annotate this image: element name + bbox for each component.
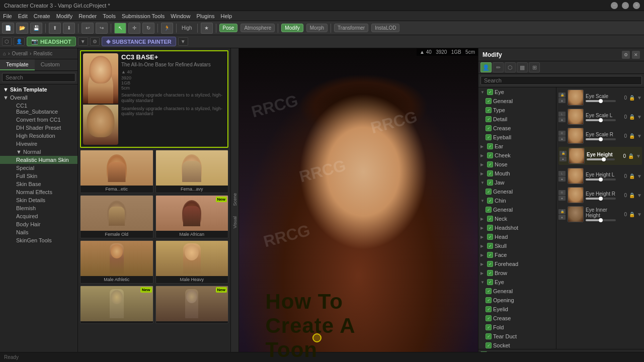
tree-high-res[interactable]: High Resolution: [0, 132, 77, 140]
rt-socket[interactable]: ✓ Socket: [478, 341, 556, 349]
thumb-male-athletic[interactable]: Male Athletic: [80, 240, 153, 284]
rt-neck[interactable]: ▶ ✓ Neck: [478, 214, 556, 223]
rt-head[interactable]: ▶ ✓ Head: [478, 232, 556, 241]
open-button[interactable]: 📂: [16, 23, 28, 34]
rt-eye-expand[interactable]: ▼ ✓ Eye: [478, 87, 556, 97]
cc3-base-card[interactable]: CC3 BASE+ The All-In-One Base for Refine…: [80, 50, 228, 148]
rt-check-cheek[interactable]: ✓: [487, 152, 493, 158]
rt-check-head[interactable]: ✓: [487, 234, 493, 240]
right-tab-4[interactable]: ▦: [517, 62, 528, 72]
rt-check-crease-2[interactable]: ✓: [486, 315, 492, 321]
transformer-btn[interactable]: Transformer: [334, 24, 368, 32]
rh-close[interactable]: ✕: [632, 51, 640, 59]
undo-button[interactable]: ↩: [82, 23, 94, 34]
menu-window[interactable]: Window: [171, 13, 190, 19]
tree-skin-template[interactable]: ▼ Skin Template: [0, 85, 77, 94]
thumb-fema-etic[interactable]: Fema...etic: [80, 150, 153, 193]
ctrl-slider-eye-height-l[interactable]: [586, 178, 616, 180]
rt-check-neck[interactable]: ✓: [487, 216, 493, 222]
rt-detail[interactable]: ✓ Detail: [478, 115, 556, 124]
rt-check-tear-duct[interactable]: ✓: [486, 333, 492, 339]
ctrl-slider-eye-scale-r[interactable]: [586, 138, 616, 140]
rt-headshot[interactable]: ▶ ✓ Headshot: [478, 223, 556, 232]
ctrl-extra-1[interactable]: ▼: [637, 95, 642, 101]
ctrl-lock-2[interactable]: 🔒: [629, 114, 635, 120]
rt-check-general-1[interactable]: ✓: [486, 98, 492, 104]
headshot-extra[interactable]: ▼: [78, 37, 88, 46]
rt-check-socket[interactable]: ✓: [486, 342, 492, 348]
ctrl-extra-5[interactable]: ▼: [637, 173, 642, 179]
ctrl-slider-eye-inner[interactable]: [586, 219, 616, 221]
tree-normal[interactable]: ▼ Normal: [0, 148, 77, 156]
rt-check-nose[interactable]: ✓: [487, 161, 493, 167]
tree-overall[interactable]: ▼ Overall: [0, 94, 77, 102]
ctrl-lock-4[interactable]: 🔒: [628, 153, 634, 159]
pose-button[interactable]: 🏃: [161, 23, 173, 34]
tree-blemish[interactable]: Blemish: [0, 204, 77, 212]
rt-check-eye-2[interactable]: ✓: [487, 279, 493, 285]
ctrl-icon-lock-1[interactable]: 🔒: [558, 93, 566, 98]
tab-template[interactable]: Template: [0, 59, 35, 70]
rt-chin[interactable]: ▼ ✓ Chin: [478, 196, 556, 205]
right-search-input[interactable]: [480, 76, 642, 85]
right-tab-edit[interactable]: ✏: [493, 62, 504, 72]
rt-eye-2[interactable]: ▼ ✓ Eye: [478, 278, 556, 287]
ctrl-icon-up-5[interactable]: ▲: [558, 176, 566, 182]
rt-check-face[interactable]: ✓: [487, 252, 493, 258]
rt-face[interactable]: ▶ ✓ Face: [478, 250, 556, 259]
thumb-new-2[interactable]: New: [155, 286, 229, 324]
maximize-button[interactable]: □: [622, 2, 629, 9]
rt-crease-2[interactable]: ✓ Crease: [478, 314, 556, 323]
rt-ear[interactable]: ▶ ✓ Ear: [478, 142, 556, 151]
rt-skull[interactable]: ▶ ✓ Skull: [478, 241, 556, 250]
icon-btn-3[interactable]: ⚙: [90, 37, 100, 46]
menu-tools[interactable]: Tools: [103, 13, 116, 19]
ctrl-slider-eye-height-r[interactable]: [586, 198, 616, 200]
thumb-male-heavy[interactable]: Male Heavy: [155, 240, 229, 284]
left-search-input[interactable]: [2, 73, 75, 82]
headshot-button[interactable]: 📷 HEADSHOT: [27, 37, 76, 46]
tree-cc1-base[interactable]: CC1 Base_Substance: [0, 102, 77, 116]
rt-check-general-jaw[interactable]: ✓: [486, 189, 492, 195]
ctrl-icon-up-4[interactable]: ▲: [559, 156, 567, 161]
icon-btn-1[interactable]: ⬡: [2, 37, 12, 46]
ctrl-lock-3[interactable]: 🔒: [629, 133, 635, 139]
rt-nose[interactable]: ▶ ✓ Nose: [478, 160, 556, 169]
breadcrumb-realistic[interactable]: Realistic: [33, 51, 52, 56]
breadcrumb-overall[interactable]: Overall: [12, 51, 28, 56]
breadcrumb-home[interactable]: ⌂: [3, 51, 6, 56]
menu-create[interactable]: Create: [34, 13, 50, 19]
rh-icon-1[interactable]: ⚙: [622, 51, 630, 59]
thumb-male-african[interactable]: New Male African: [155, 195, 229, 238]
rt-check-forehead[interactable]: ✓: [487, 261, 493, 267]
menu-plugins[interactable]: Plugins: [196, 13, 214, 19]
ctrl-lock-6[interactable]: 🔒: [629, 193, 635, 198]
ctrl-icon-up-2[interactable]: ▲: [558, 117, 566, 122]
ctrl-lock-1[interactable]: 🔒: [629, 95, 635, 101]
save-button[interactable]: 💾: [30, 23, 42, 34]
rt-type[interactable]: ✓ Type: [478, 106, 556, 115]
close-button[interactable]: ✕: [633, 2, 640, 9]
rt-eyeball-1[interactable]: ✓ Eyeball: [478, 133, 556, 142]
ctrl-icon-lock-7[interactable]: 🔒: [558, 209, 566, 214]
rt-general-eye[interactable]: ✓ General: [478, 287, 556, 296]
rt-fold[interactable]: ✓ Fold: [478, 323, 556, 332]
rt-check-chin[interactable]: ✓: [487, 198, 493, 204]
rotate-button[interactable]: ↻: [142, 23, 154, 34]
morph-btn[interactable]: Morph: [306, 24, 328, 32]
tree-full-skin[interactable]: Full Skin: [0, 172, 77, 180]
rt-tear-duct[interactable]: ✓ Tear Duct: [478, 332, 556, 341]
thumb-female-old[interactable]: Female Old: [80, 195, 153, 238]
rt-forehead[interactable]: ▶ ✓ Forehead: [478, 259, 556, 268]
ctrl-slider-eye-scale[interactable]: [586, 100, 616, 102]
ctrl-extra-3[interactable]: ▼: [637, 133, 642, 139]
rt-check-eye[interactable]: ✓: [487, 89, 493, 95]
rt-check-type[interactable]: ✓: [486, 107, 492, 113]
rt-check-general-eye[interactable]: ✓: [486, 288, 492, 294]
menu-render[interactable]: Render: [78, 13, 97, 19]
menu-help[interactable]: Help: [221, 13, 232, 19]
tree-hivewire[interactable]: Hivewire: [0, 140, 77, 148]
redo-button[interactable]: ↪: [96, 23, 108, 34]
rt-general-jaw[interactable]: ✓ General: [478, 187, 556, 196]
menu-file[interactable]: File: [3, 13, 12, 19]
